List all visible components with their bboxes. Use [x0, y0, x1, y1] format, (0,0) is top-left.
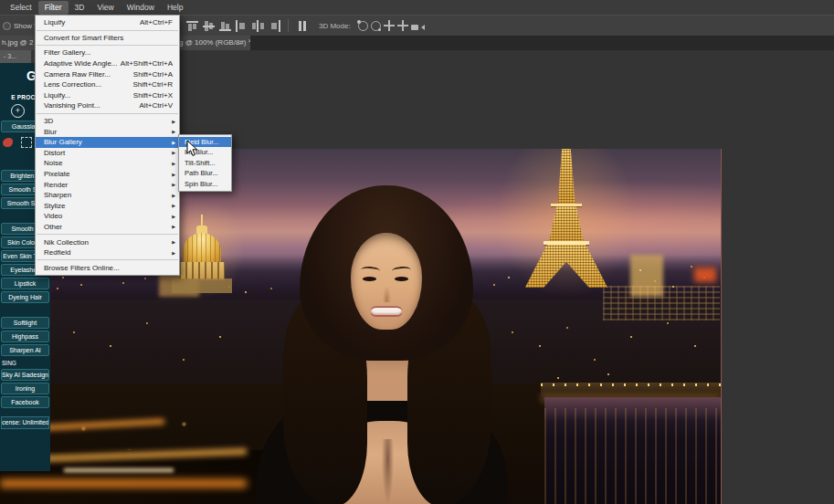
menu-item-shortcut: Alt+Ctrl+F: [140, 18, 177, 26]
align-horizontal-centers-icon[interactable]: [251, 20, 265, 32]
menu-item-shortcut: Alt+Ctrl+V: [140, 101, 177, 110]
tab-title: h.jpg @ 2: [2, 38, 33, 47]
photo-river-reflections: [544, 408, 721, 504]
separator: [288, 19, 289, 32]
panel-tab[interactable]: - 3...: [0, 50, 31, 63]
photo-red-light: [694, 268, 716, 282]
panel-button[interactable]: Ironing: [1, 383, 49, 394]
submenu-arrow-icon: ▶: [172, 140, 177, 145]
filter-menu-item[interactable]: Blur Gallery▶: [36, 137, 179, 148]
menu-window[interactable]: Window: [121, 1, 161, 15]
photoshop-window: SelectFilter3DViewWindowHelp Show Tra 3D…: [0, 0, 834, 504]
submenu-item[interactable]: Spin Blur...: [179, 179, 231, 189]
panel-button[interactable]: Facebook: [1, 396, 49, 408]
filter-menu-item[interactable]: Stylize▶: [36, 201, 179, 212]
filter-menu-item[interactable]: Filter Gallery...: [36, 47, 179, 58]
submenu-arrow-icon: ▶: [172, 129, 177, 134]
license-status: cense: Unlimited: [1, 416, 49, 429]
panel-button[interactable]: Softlight: [1, 317, 49, 329]
menu-separator: [37, 30, 178, 31]
drag-3d-icon[interactable]: [384, 20, 395, 31]
marquee-icon[interactable]: [21, 137, 32, 148]
orbit-3d-icon[interactable]: [358, 21, 368, 31]
mouse-cursor: [186, 140, 198, 161]
nose-shadow: [383, 286, 391, 302]
menu-item-label: Distort: [44, 149, 65, 157]
filter-menu-item[interactable]: 3D▶: [36, 116, 179, 127]
filter-menu-item[interactable]: Blur▶: [36, 126, 179, 137]
menu-item-label: Filter Gallery...: [44, 48, 90, 57]
filter-menu-item[interactable]: Vanishing Point...Alt+Ctrl+V: [36, 100, 179, 111]
filter-menu-item[interactable]: Liquify...Shift+Ctrl+X: [36, 90, 179, 101]
filter-menu-item[interactable]: Noise▶: [36, 158, 179, 169]
menu-item-label: Liquify: [44, 18, 65, 26]
slide-3d-icon[interactable]: [397, 20, 408, 31]
eyebrow: [361, 266, 381, 274]
align-right-edges-icon[interactable]: [268, 20, 281, 32]
menu-item-label: Other: [44, 223, 62, 231]
menu-help[interactable]: Help: [161, 1, 189, 15]
filter-menu-item[interactable]: Browse Filters Online...: [36, 262, 179, 273]
menu-select[interactable]: Select: [4, 1, 38, 15]
filter-menu-item[interactable]: Camera Raw Filter...Shift+Ctrl+A: [36, 68, 179, 79]
menu-item-label: Render: [44, 181, 68, 189]
submenu-item[interactable]: Path Blur...: [179, 168, 231, 178]
panel-button[interactable]: Highpass: [1, 331, 49, 342]
menu-separator: [37, 234, 178, 235]
menu-item-label: 3D: [44, 117, 53, 125]
menubar: SelectFilter3DViewWindowHelp: [0, 0, 834, 15]
submenu-arrow-icon: ▶: [172, 161, 177, 166]
menu-item-shortcut: Shift+Ctrl+A: [133, 70, 177, 79]
filter-menu-item[interactable]: Other▶: [36, 222, 179, 233]
filter-menu-item[interactable]: Redfield▶: [36, 247, 179, 258]
filter-menu-item[interactable]: Video▶: [36, 211, 179, 222]
photo-light-trail: [0, 479, 247, 488]
menu-item-shortcut: Alt+Shift+Ctrl+A: [121, 59, 177, 68]
menu-3d[interactable]: 3D: [69, 1, 91, 15]
menu-separator: [37, 259, 178, 260]
filter-menu-item[interactable]: Render▶: [36, 179, 179, 190]
align-bottom-edges-icon[interactable]: [218, 20, 232, 32]
roll-3d-icon[interactable]: [371, 21, 381, 31]
panel-section-label: SING: [0, 358, 50, 369]
panel-button[interactable]: Sky AI Sadesign: [1, 369, 49, 381]
menu-item-label: Sharpen: [44, 191, 71, 199]
document-tab[interactable]: h.jpg @ 2: [0, 35, 37, 50]
menu-item-shortcut: Shift+Ctrl+R: [132, 80, 177, 89]
align-vertical-centers-icon[interactable]: [202, 20, 216, 32]
filter-menu-item[interactable]: Lens Correction...Shift+Ctrl+R: [36, 79, 179, 90]
panel-button[interactable]: Lipstick: [1, 278, 49, 289]
filter-menu-item[interactable]: Convert for Smart Filters: [36, 33, 179, 44]
submenu-arrow-icon: ▶: [172, 150, 177, 155]
camera-3d-icon[interactable]: [411, 25, 418, 30]
filter-menu-item[interactable]: Distort▶: [36, 148, 179, 159]
fan-icon[interactable]: +: [11, 104, 25, 118]
photo-light-trail: [64, 468, 174, 472]
eiffel-tower: [523, 149, 610, 288]
brush-icon[interactable]: [3, 138, 13, 147]
portrait-woman: [247, 185, 521, 504]
align-top-edges-icon[interactable]: [185, 20, 199, 32]
filter-menu-item[interactable]: Adaptive Wide Angle...Alt+Shift+Ctrl+A: [36, 58, 179, 69]
checkbox-icon[interactable]: [3, 22, 11, 30]
filter-menu-item[interactable]: Sharpen▶: [36, 190, 179, 201]
align-left-edges-icon[interactable]: [235, 20, 248, 32]
eye: [363, 277, 376, 281]
options-icons: 3D Mode:: [185, 19, 418, 32]
menu-item-label: Camera Raw Filter...: [44, 70, 111, 79]
distribute-spacing-icon[interactable]: [295, 20, 309, 32]
filter-menu-item[interactable]: Pixelate▶: [36, 169, 179, 180]
filter-menu-item[interactable]: Nik Collection▶: [36, 236, 179, 247]
submenu-arrow-icon: ▶: [172, 203, 177, 208]
woman-chest-shadow: [382, 439, 394, 504]
panel-button[interactable]: Sharpen AI: [1, 344, 49, 356]
menu-view[interactable]: View: [90, 1, 120, 15]
menu-separator: [37, 45, 178, 46]
panel-button[interactable]: Dyeing Hair: [1, 291, 49, 303]
menu-filter[interactable]: Filter: [38, 1, 69, 15]
menu-item-label: Browse Filters Online...: [44, 264, 120, 272]
menu-item-label: Blur Gallery: [44, 138, 82, 146]
filter-menu-item[interactable]: LiquifyAlt+Ctrl+F: [36, 17, 179, 28]
close-icon[interactable]: ×: [248, 37, 250, 45]
woman-face: [351, 233, 422, 330]
